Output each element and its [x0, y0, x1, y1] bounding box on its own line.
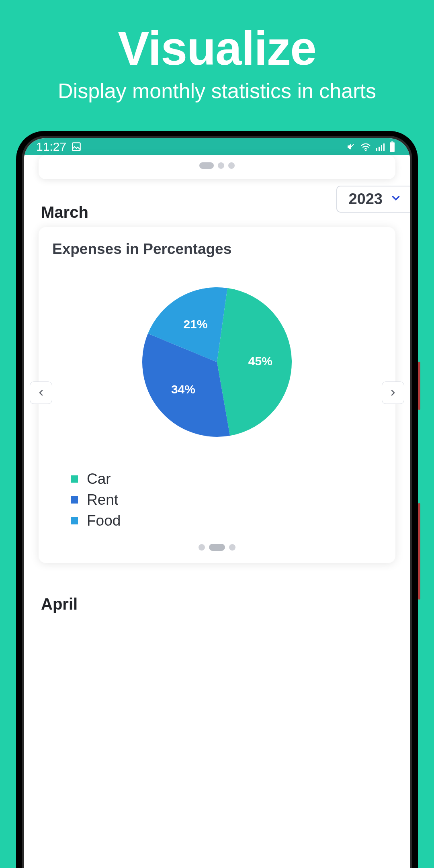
- signal-icon: [375, 143, 385, 151]
- wifi-icon: [360, 142, 371, 151]
- legend-item[interactable]: Car: [71, 471, 382, 487]
- phone-screen: 11:27: [24, 138, 410, 868]
- expenses-pie-chart: 45%34%21%: [129, 274, 305, 450]
- card-top-peek: [39, 155, 395, 179]
- svg-point-2: [365, 150, 366, 151]
- legend-label: Food: [87, 512, 121, 529]
- card-title: Expenses in Percentages: [52, 241, 382, 258]
- phone-side-button: [418, 503, 420, 600]
- content-area[interactable]: March 2023 Expenses in Percentages: [24, 155, 410, 868]
- legend-label: Car: [87, 471, 111, 487]
- battery-icon: [389, 141, 395, 152]
- mute-icon: [346, 142, 356, 151]
- pagination-dot-active[interactable]: [199, 162, 214, 169]
- svg-rect-6: [383, 143, 385, 151]
- legend-item[interactable]: Rent: [71, 491, 382, 508]
- year-dropdown[interactable]: 2023: [336, 186, 410, 213]
- expenses-card: Expenses in Percentages 45%34%21% CarRen…: [39, 227, 395, 563]
- next-chart-button[interactable]: [382, 381, 404, 404]
- pagination-dots[interactable]: [52, 544, 382, 551]
- status-bar: 11:27: [24, 138, 410, 155]
- hero-subtitle: Display monthly statistics in charts: [0, 76, 434, 103]
- chevron-left-icon: [36, 388, 46, 397]
- svg-rect-7: [391, 141, 393, 142]
- svg-rect-8: [390, 142, 395, 152]
- month-label: March: [41, 203, 88, 221]
- prev-chart-button[interactable]: [30, 381, 52, 404]
- legend-item[interactable]: Food: [71, 512, 382, 529]
- svg-rect-5: [381, 145, 382, 151]
- status-time: 11:27: [36, 140, 66, 154]
- slice-label: 34%: [171, 383, 195, 396]
- year-value: 2023: [348, 190, 383, 208]
- chevron-down-icon: [390, 190, 402, 208]
- hero-title: Visualize: [0, 0, 434, 76]
- svg-rect-3: [376, 148, 377, 151]
- legend-swatch: [71, 517, 78, 524]
- legend-label: Rent: [87, 491, 118, 508]
- legend-swatch: [71, 475, 78, 483]
- slice-label: 21%: [183, 317, 207, 331]
- next-month-label: April: [24, 575, 410, 613]
- chart-legend: CarRentFood: [71, 471, 382, 529]
- svg-rect-0: [72, 143, 80, 151]
- slice-label: 45%: [248, 354, 272, 368]
- pagination-dots[interactable]: [39, 162, 395, 169]
- svg-rect-4: [379, 147, 380, 151]
- pagination-dot[interactable]: [218, 162, 224, 169]
- pagination-dot[interactable]: [229, 544, 235, 551]
- chevron-right-icon: [388, 388, 398, 397]
- phone-frame: 11:27: [16, 131, 418, 868]
- phone-bezel: 11:27: [22, 136, 412, 868]
- pagination-dot[interactable]: [199, 544, 205, 551]
- legend-swatch: [71, 496, 78, 504]
- phone-side-button: [418, 362, 420, 410]
- image-icon: [71, 141, 82, 152]
- pagination-dot-active[interactable]: [209, 544, 225, 551]
- pagination-dot[interactable]: [228, 162, 235, 169]
